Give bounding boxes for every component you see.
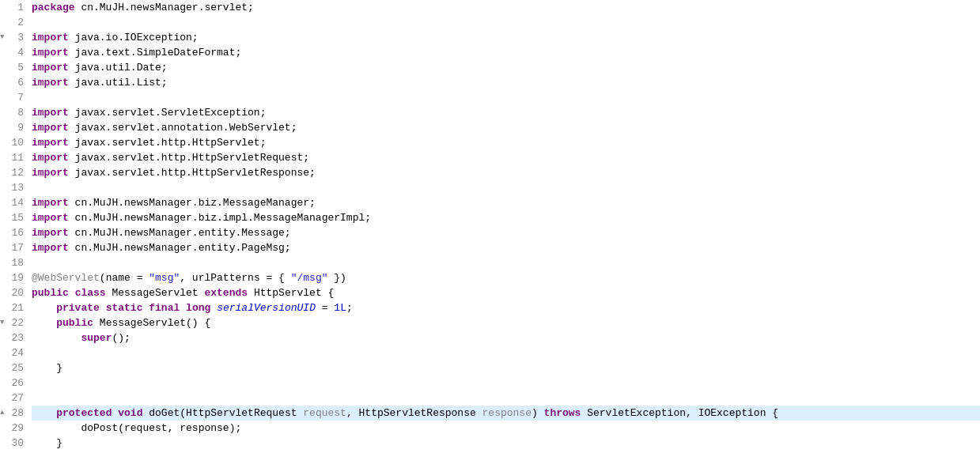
param-token: response: [482, 407, 532, 419]
normal-token: [32, 407, 56, 419]
normal-token: [32, 317, 56, 329]
line-number-11: 11: [0, 150, 28, 165]
code-line-23: super();: [32, 330, 980, 345]
kw-import-token: import: [32, 32, 69, 43]
code-line-7: [32, 90, 980, 105]
expand-arrow-icon[interactable]: ▲: [0, 406, 4, 421]
kw-import-token: import: [32, 77, 69, 89]
line-numbers: 12▼3456789101112131415161718192021▼22232…: [0, 0, 28, 453]
code-line-18: [32, 255, 980, 270]
param-token: request: [303, 407, 346, 419]
line-number-13: 13: [0, 180, 28, 195]
normal-token: javax.servlet.http.HttpServletResponse;: [69, 167, 316, 179]
italic-field-token: serialVersionUID: [217, 302, 316, 314]
number-token: 1L: [334, 302, 346, 314]
normal-token: [210, 302, 217, 314]
kw-super-token: super: [81, 332, 112, 344]
kw-final-token: final: [149, 302, 180, 314]
code-line-15: import cn.MuJH.newsManager.biz.impl.Mess…: [32, 210, 980, 225]
line-num-text: 7: [17, 90, 24, 105]
normal-token: MessageServlet: [106, 287, 205, 299]
line-num-text: 17: [11, 240, 24, 255]
line-number-27: 27: [0, 391, 28, 406]
line-number-5: 5: [0, 60, 28, 75]
line-num-text: 24: [11, 345, 24, 361]
kw-public-token: public: [32, 287, 69, 299]
line-number-19: 19: [0, 270, 28, 285]
normal-token: HttpServlet {: [248, 287, 334, 299]
normal-token: java.text.SimpleDateFormat;: [69, 47, 241, 59]
normal-token: =: [316, 302, 334, 314]
kw-static-token: static: [106, 302, 143, 314]
line-num-text: 13: [11, 180, 24, 195]
line-num-text: 5: [17, 60, 24, 75]
line-num-text: 15: [11, 210, 24, 225]
kw-protected-token: protected: [56, 407, 112, 419]
code-line-16: import cn.MuJH.newsManager.entity.Messag…: [32, 225, 980, 240]
kw-import-token: import: [32, 137, 69, 149]
code-line-2: [32, 15, 980, 30]
line-num-text: 4: [17, 45, 24, 60]
line-num-text: 8: [17, 105, 24, 120]
normal-token: [32, 302, 56, 314]
line-number-15: 15: [0, 210, 28, 225]
collapse-arrow-icon[interactable]: ▼: [0, 315, 4, 330]
line-num-text: 28: [11, 406, 24, 421]
line-number-2: 2: [0, 15, 28, 30]
kw-class-token: class: [75, 287, 106, 299]
normal-token: }: [32, 437, 62, 449]
kw-import-token: import: [32, 47, 69, 59]
normal-token: java.util.List;: [69, 77, 168, 89]
kw-long-token: long: [186, 302, 210, 314]
code-line-10: import javax.servlet.http.HttpServlet;: [32, 135, 980, 150]
kw-import-token: import: [32, 227, 69, 239]
line-num-text: 25: [11, 361, 24, 376]
line-num-text: 10: [11, 135, 24, 150]
code-line-8: import javax.servlet.ServletException;: [32, 105, 980, 120]
kw-public-token: public: [56, 317, 93, 329]
normal-token: [32, 332, 81, 344]
collapse-arrow-icon[interactable]: ▼: [0, 30, 4, 45]
kw-import-token: import: [32, 167, 69, 179]
normal-token: cn.MuJH.newsManager.entity.Message;: [69, 227, 291, 239]
line-number-23: 23: [0, 330, 28, 345]
normal-token: , urlPatterns = {: [180, 272, 290, 284]
code-line-30: }: [32, 436, 980, 451]
line-number-21: 21: [0, 300, 28, 315]
code-line-11: import javax.servlet.http.HttpServletReq…: [32, 150, 980, 165]
line-num-text: 30: [11, 436, 24, 451]
code-line-12: import javax.servlet.http.HttpServletRes…: [32, 165, 980, 180]
line-num-text: 21: [11, 300, 24, 315]
kw-import-token: import: [32, 197, 69, 209]
line-number-3: ▼3: [0, 30, 28, 45]
normal-token: cn.MuJH.newsManager.biz.impl.MessageMana…: [69, 212, 371, 224]
line-num-text: 20: [11, 285, 24, 300]
line-num-text: 9: [17, 120, 24, 135]
line-number-24: 24: [0, 345, 28, 361]
line-number-25: 25: [0, 361, 28, 376]
normal-token: java.io.IOException;: [69, 32, 199, 43]
normal-token: javax.servlet.annotation.WebServlet;: [69, 122, 297, 134]
line-number-6: 6: [0, 75, 28, 90]
line-number-30: 30: [0, 436, 28, 451]
code-line-27: [32, 391, 980, 406]
kw-throws-token: throws: [544, 407, 581, 419]
kw-extends-token: extends: [204, 287, 248, 299]
normal-token: javax.servlet.http.HttpServletRequest;: [69, 152, 309, 164]
line-number-28: ▲28: [0, 406, 28, 421]
line-number-1: 1: [0, 0, 28, 15]
code-line-6: import java.util.List;: [32, 75, 980, 90]
normal-token: , HttpServletResponse: [346, 407, 482, 419]
code-line-3: import java.io.IOException;: [32, 30, 980, 45]
kw-import-token: import: [32, 122, 69, 134]
line-num-text: 29: [11, 421, 24, 436]
kw-private-token: private: [56, 302, 100, 314]
normal-token: java.util.Date;: [69, 62, 168, 74]
line-num-text: 27: [11, 391, 24, 406]
normal-token: (name =: [100, 272, 149, 284]
line-number-20: 20: [0, 285, 28, 300]
code-line-28: protected void doGet(HttpServletRequest …: [32, 406, 980, 421]
normal-token: javax.servlet.ServletException;: [69, 107, 267, 119]
kw-import-token: import: [32, 152, 69, 164]
line-num-text: 3: [17, 30, 24, 45]
